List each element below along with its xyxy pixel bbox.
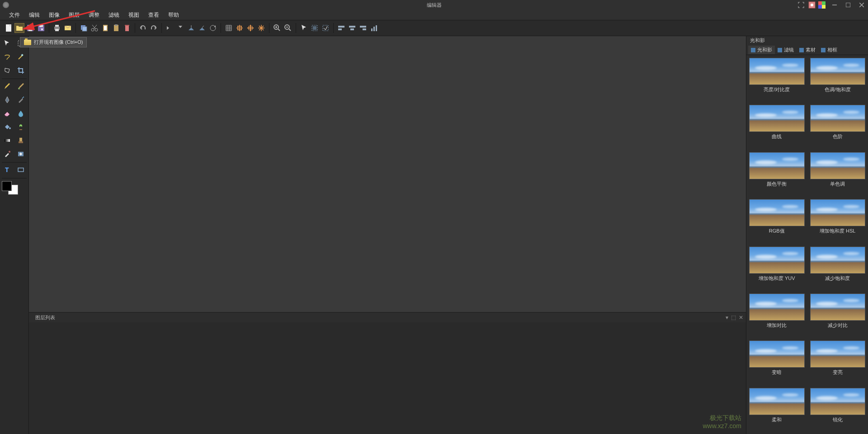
effect-item[interactable]: 变暗 — [749, 341, 805, 384]
zoom-out-button[interactable] — [283, 23, 293, 33]
menu-layer[interactable]: 图层 — [64, 10, 84, 20]
email-button[interactable] — [63, 23, 73, 33]
menu-view[interactable]: 视图 — [124, 10, 144, 20]
panel-pin-icon[interactable]: ⬚ — [731, 314, 736, 321]
svg-rect-43 — [373, 27, 375, 31]
menu-adjust[interactable]: 调整 — [84, 10, 104, 20]
menu-file[interactable]: 文件 — [5, 10, 24, 20]
effect-label: 减少饱和度 — [810, 275, 866, 282]
maximize-button[interactable] — [842, 0, 854, 9]
align-2-button[interactable] — [347, 23, 357, 33]
cut-button[interactable] — [90, 23, 99, 33]
select-1-button[interactable] — [310, 23, 320, 33]
cursor-tool[interactable] — [2, 38, 13, 49]
effect-item[interactable]: 色阶 — [810, 105, 866, 148]
shape-tool[interactable] — [15, 164, 26, 175]
effect-item[interactable]: 颜色平衡 — [749, 152, 805, 196]
pen-tool[interactable] — [2, 94, 13, 105]
wand-tool[interactable] — [15, 51, 26, 62]
lasso-tool[interactable] — [2, 51, 13, 62]
polygon-tool[interactable] — [2, 65, 13, 76]
menu-help[interactable]: 帮助 — [164, 10, 184, 20]
minimize-button[interactable] — [828, 0, 841, 9]
grid-orange-3[interactable] — [256, 23, 266, 33]
free-rotate-button[interactable] — [208, 23, 218, 33]
header-icon-2[interactable] — [818, 1, 826, 9]
effect-item[interactable]: 增加饱和度 HSL — [810, 199, 866, 243]
align-3-button[interactable] — [358, 23, 368, 33]
panel-dropdown-icon[interactable]: ▾ — [726, 314, 728, 321]
effect-item[interactable]: 增加对比 — [749, 294, 805, 337]
header-icon-1[interactable] — [808, 1, 816, 9]
grid-orange-1[interactable] — [235, 23, 245, 33]
text-tool[interactable]: T — [2, 164, 13, 175]
clipboard-button[interactable] — [100, 23, 110, 33]
effect-item[interactable]: 变亮 — [810, 341, 866, 384]
layers-body[interactable] — [29, 322, 746, 434]
panel-close-icon[interactable]: ✕ — [739, 314, 743, 321]
bucket-tool[interactable] — [2, 121, 13, 132]
effect-item[interactable]: 增加饱和度 YUV — [749, 247, 805, 290]
color-swatch[interactable] — [2, 181, 18, 195]
effect-item[interactable]: RGB值 — [749, 199, 805, 243]
grid-orange-2[interactable] — [245, 23, 255, 33]
tab-light[interactable]: 光和影 — [748, 46, 775, 54]
new-file-button[interactable] — [4, 23, 14, 33]
effect-item[interactable]: 柔和 — [749, 388, 805, 431]
menu-look[interactable]: 查看 — [144, 10, 164, 20]
stamp-tool[interactable] — [15, 135, 26, 146]
grid-button[interactable] — [224, 23, 234, 33]
rotate-right-button[interactable] — [197, 23, 207, 33]
flip-h-button[interactable] — [165, 23, 175, 33]
canvas[interactable] — [29, 36, 746, 312]
chart-button[interactable] — [369, 23, 379, 33]
svg-rect-17 — [55, 25, 59, 27]
effect-item[interactable]: 减少对比 — [810, 294, 866, 337]
effect-item[interactable]: 锐化 — [810, 388, 866, 431]
tab-filter[interactable]: 滤镜 — [775, 46, 797, 54]
rotate-left-button[interactable] — [186, 23, 196, 33]
pencil-tool[interactable] — [2, 81, 13, 92]
svg-rect-7 — [846, 3, 850, 7]
undo-button[interactable] — [138, 23, 148, 33]
svg-rect-5 — [822, 5, 826, 9]
save-as-button[interactable] — [36, 23, 46, 33]
menu-filter[interactable]: 滤镜 — [104, 10, 124, 20]
flip-v-button[interactable] — [175, 23, 185, 33]
brush-tool[interactable] — [15, 81, 26, 92]
effect-item[interactable]: 减少饱和度 — [810, 247, 866, 290]
effect-label: 亮度/对比度 — [749, 86, 805, 93]
paste-button[interactable] — [111, 23, 121, 33]
airbrush-tool[interactable] — [15, 94, 26, 105]
effect-thumb — [810, 199, 866, 226]
eraser-tool[interactable] — [2, 108, 13, 119]
print-button[interactable] — [52, 23, 62, 33]
pointer-button[interactable] — [299, 23, 309, 33]
save-button[interactable] — [25, 23, 35, 33]
copy-button[interactable] — [79, 23, 89, 33]
menu-image[interactable]: 图像 — [44, 10, 64, 20]
menu-edit[interactable]: 编辑 — [24, 10, 44, 20]
eyedropper-tool[interactable] — [2, 149, 13, 159]
blur-tool[interactable] — [15, 108, 26, 119]
delete-button[interactable] — [122, 23, 132, 33]
effect-item[interactable]: 曲线 — [749, 105, 805, 148]
effect-item[interactable]: 亮度/对比度 — [749, 58, 805, 101]
heal-tool[interactable] — [15, 149, 26, 159]
layers-tab[interactable]: 图层列表 — [32, 313, 59, 322]
tab-frame[interactable]: 相框 — [818, 46, 840, 54]
align-1-button[interactable] — [336, 23, 346, 33]
redo-button[interactable] — [149, 23, 159, 33]
close-button[interactable] — [855, 0, 868, 9]
foreground-color[interactable] — [2, 181, 12, 191]
open-file-button[interactable] — [14, 23, 24, 33]
zoom-in-button[interactable] — [272, 23, 282, 33]
effect-item[interactable]: 色调/饱和度 — [810, 58, 866, 101]
effect-item[interactable]: 单色调 — [810, 152, 866, 196]
select-2-button[interactable] — [321, 23, 330, 33]
tab-material[interactable]: 素材 — [797, 46, 818, 54]
fullscreen-icon[interactable] — [795, 0, 807, 9]
crop-tool[interactable] — [15, 65, 26, 76]
clone-tool[interactable] — [15, 121, 26, 132]
gradient-tool[interactable] — [2, 135, 13, 146]
